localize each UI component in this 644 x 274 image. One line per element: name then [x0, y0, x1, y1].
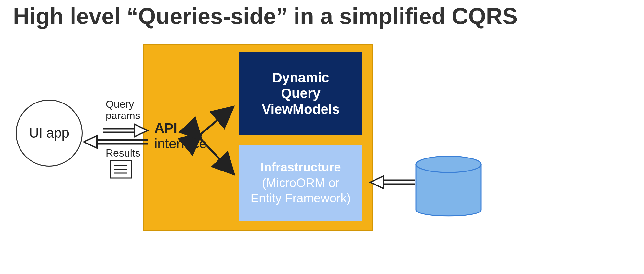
infra-line-1: Infrastructure	[260, 160, 341, 174]
infrastructure-box: Infrastructure (MicroORM or Entity Frame…	[239, 145, 362, 221]
infra-line-3: Entity Framework)	[251, 191, 351, 205]
vm-line-1: Dynamic	[272, 70, 329, 85]
database-cylinder-icon	[416, 156, 481, 216]
arrow-db-to-infra	[370, 176, 415, 188]
vm-line-3: ViewModels	[262, 102, 340, 117]
svg-point-10	[416, 156, 481, 172]
ui-app-node: UI app	[16, 100, 83, 167]
database-label: Database	[421, 188, 474, 202]
results-doc-icon	[111, 160, 131, 178]
query-params-label: Query params	[106, 99, 140, 121]
infra-line-2: (MicroORM or	[262, 176, 340, 190]
api-interface-label: API interface	[154, 120, 207, 152]
vm-line-2: Query	[281, 86, 320, 101]
viewmodels-box: Dynamic Query ViewModels	[239, 52, 362, 135]
diagram-title: High level “Queries-side” in a simplifie…	[13, 3, 518, 29]
arrow-api-to-ui	[84, 136, 148, 148]
ui-app-label: UI app	[29, 125, 69, 141]
query-params-line-2: params	[106, 110, 140, 121]
arrow-ui-to-api	[103, 124, 148, 137]
api-text-sub: interface	[154, 136, 207, 151]
query-params-line-1: Query	[106, 98, 134, 110]
results-label: Results	[106, 147, 140, 159]
diagram-canvas: High level “Queries-side” in a simplifie…	[0, 0, 644, 274]
svg-rect-4	[111, 160, 131, 178]
api-text-bold: API	[154, 120, 177, 136]
